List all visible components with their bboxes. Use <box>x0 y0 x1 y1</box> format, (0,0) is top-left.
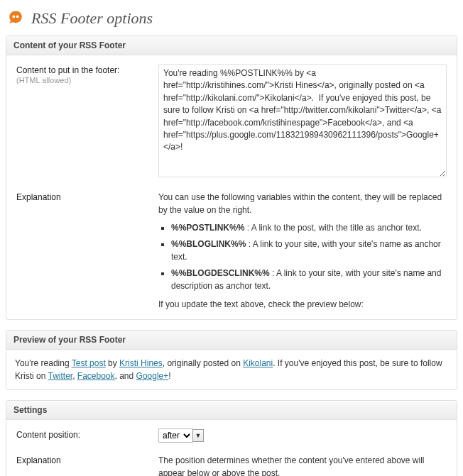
preview-link-twitter[interactable]: Twitter <box>48 371 72 381</box>
settings-explanation-text: The position determines whether the cont… <box>158 454 447 476</box>
var-name: %%BLOGLINK%% <box>171 239 246 249</box>
content-section-title: Content of your RSS Footer <box>6 36 457 55</box>
chevron-down-icon: ▼ <box>192 429 204 442</box>
preview-link-blog[interactable]: Kikolani <box>243 358 273 368</box>
preview-link-googleplus[interactable]: Google+ <box>136 371 169 381</box>
preview-text: , <box>72 371 77 381</box>
position-control: after ▼ <box>158 428 447 443</box>
preview-text: , and <box>115 371 136 381</box>
position-select-wrap: after ▼ <box>158 428 204 443</box>
list-item: %%POSTLINK%% : A link to the post, with … <box>171 222 447 234</box>
var-name: %%POSTLINK%% <box>171 223 244 233</box>
list-item: %%BLOGDESCLINK%% : A link to your site, … <box>171 267 447 292</box>
explanation-label: Explanation <box>16 191 158 311</box>
rss-footer-icon <box>6 9 26 28</box>
page-title: RSS Footer options <box>31 9 153 28</box>
var-name: %%BLOGDESCLINK%% <box>171 268 270 278</box>
content-label: Content to put in the footer: <box>16 65 119 75</box>
list-item: %%BLOGLINK%% : A link to your site, with… <box>171 238 447 263</box>
preview-text: by <box>106 358 119 368</box>
explanation-body: You can use the following variables with… <box>158 191 447 311</box>
page-header: RSS Footer options <box>6 6 457 35</box>
content-label-wrap: Content to put in the footer: (HTML allo… <box>16 64 158 179</box>
explanation-outro: If you update the text above, check the … <box>158 298 447 311</box>
preview-section: Preview of your RSS Footer You're readin… <box>6 330 457 390</box>
preview-text: , originally posted on <box>163 358 243 368</box>
explanation-row: Explanation You can use the following va… <box>16 191 447 311</box>
preview-text: ! <box>168 371 170 381</box>
settings-section-title: Settings <box>6 401 457 420</box>
svg-point-1 <box>16 15 19 18</box>
variable-list: %%POSTLINK%% : A link to the post, with … <box>171 222 447 292</box>
preview-link-facebook[interactable]: Facebook <box>77 371 115 381</box>
content-section: Content of your RSS Footer Content to pu… <box>6 35 457 320</box>
settings-section-body: Content position: after ▼ Explanation Th… <box>6 420 457 476</box>
content-row: Content to put in the footer: (HTML allo… <box>16 64 447 179</box>
footer-content-textarea[interactable] <box>158 64 447 177</box>
preview-section-title: Preview of your RSS Footer <box>6 331 457 350</box>
content-sublabel: (HTML allowed) <box>16 76 71 84</box>
svg-point-0 <box>12 15 15 18</box>
settings-section: Settings Content position: after ▼ Expla… <box>6 400 457 476</box>
content-section-body: Content to put in the footer: (HTML allo… <box>6 55 457 319</box>
position-label: Content position: <box>16 428 158 443</box>
position-row: Content position: after ▼ <box>16 428 447 443</box>
explanation-intro: You can use the following variables with… <box>158 191 447 216</box>
content-control <box>158 64 447 179</box>
preview-body: You're reading Test post by Kristi Hines… <box>6 350 457 389</box>
var-desc: : A link to the post, with the title as … <box>244 223 421 233</box>
preview-link-post[interactable]: Test post <box>72 358 106 368</box>
settings-explanation-row: Explanation The position determines whet… <box>16 454 447 476</box>
preview-link-author[interactable]: Kristi Hines <box>119 358 163 368</box>
preview-text: You're reading <box>15 358 72 368</box>
settings-explanation-label: Explanation <box>16 454 158 476</box>
content-position-select[interactable]: after <box>158 428 193 443</box>
